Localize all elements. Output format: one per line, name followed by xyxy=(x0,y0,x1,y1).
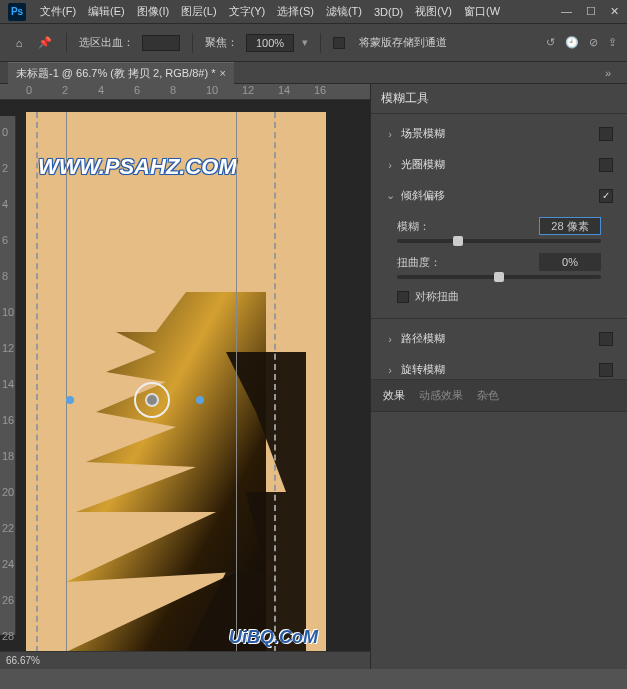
tab-motion[interactable]: 动感效果 xyxy=(419,388,463,403)
distortion-label: 扭曲度： xyxy=(397,255,441,270)
chevron-right-icon: › xyxy=(385,128,395,140)
artwork xyxy=(66,292,316,651)
close-icon[interactable]: ✕ xyxy=(610,5,619,18)
field-blur-toggle[interactable] xyxy=(599,127,613,141)
maximize-icon[interactable]: ☐ xyxy=(586,5,596,18)
distortion-slider[interactable] xyxy=(397,275,601,279)
chevron-down-icon: ⌄ xyxy=(385,189,395,202)
cancel-icon[interactable]: ⊘ xyxy=(589,36,598,49)
ruler-vertical: 0246810121416182022242628 xyxy=(0,116,16,635)
symmetric-distortion-checkbox[interactable] xyxy=(397,291,409,303)
distortion-value-input[interactable]: 0% xyxy=(539,253,601,271)
menu-layer[interactable]: 图层(L) xyxy=(175,4,222,19)
watermark-text: WWW.PSAHZ.COM xyxy=(38,154,237,180)
menu-image[interactable]: 图像(I) xyxy=(131,4,175,19)
reset-icon[interactable]: ↺ xyxy=(546,36,555,49)
minimize-icon[interactable]: — xyxy=(561,5,572,18)
iris-blur-toggle[interactable] xyxy=(599,158,613,172)
menu-filter[interactable]: 滤镜(T) xyxy=(320,4,368,19)
pin-icon[interactable]: 📌 xyxy=(36,34,54,52)
blur-guide-dashed[interactable] xyxy=(274,112,276,651)
tab-close-icon[interactable]: × xyxy=(219,67,225,79)
menu-select[interactable]: 选择(S) xyxy=(271,4,320,19)
menu-view[interactable]: 视图(V) xyxy=(409,4,458,19)
spin-blur-toggle[interactable] xyxy=(599,363,613,377)
chevron-right-icon: › xyxy=(385,364,395,376)
section-path-blur[interactable]: › 路径模糊 xyxy=(371,323,627,354)
panel-collapse-icon[interactable]: » xyxy=(597,63,619,83)
blur-guide[interactable] xyxy=(236,112,237,651)
blur-slider[interactable] xyxy=(397,239,601,243)
tab-effects[interactable]: 效果 xyxy=(383,388,405,403)
blur-handle[interactable] xyxy=(66,396,74,404)
section-iris-blur[interactable]: › 光圈模糊 xyxy=(371,149,627,180)
chevron-right-icon: › xyxy=(385,159,395,171)
blur-guide[interactable] xyxy=(66,112,67,651)
blur-guide-dashed[interactable] xyxy=(36,112,38,651)
path-blur-toggle[interactable] xyxy=(599,332,613,346)
symmetric-distortion-label: 对称扭曲 xyxy=(415,290,459,302)
tilt-shift-toggle[interactable]: ✓ xyxy=(599,189,613,203)
focus-label: 聚焦： xyxy=(205,35,238,50)
tab-noise[interactable]: 杂色 xyxy=(477,388,499,403)
blur-pin[interactable] xyxy=(134,382,170,418)
save-mask-checkbox[interactable] xyxy=(333,37,345,49)
menu-window[interactable]: 窗口(W xyxy=(458,4,506,19)
document-tab[interactable]: 未标题-1 @ 66.7% (教 拷贝 2, RGB/8#) *× xyxy=(8,62,234,84)
menu-3d[interactable]: 3D(D) xyxy=(368,6,409,18)
canvas[interactable]: WWW.PSAHZ.COM UiBQ.CoM xyxy=(26,112,326,651)
menu-type[interactable]: 文字(Y) xyxy=(223,4,272,19)
clock-icon[interactable]: 🕘 xyxy=(565,36,579,49)
focus-input[interactable] xyxy=(246,34,294,52)
home-icon[interactable]: ⌂ xyxy=(10,34,28,52)
panel-title: 模糊工具 xyxy=(371,84,627,114)
chevron-right-icon: › xyxy=(385,333,395,345)
menu-file[interactable]: 文件(F) xyxy=(34,4,82,19)
menu-edit[interactable]: 编辑(E) xyxy=(82,4,131,19)
blur-handle[interactable] xyxy=(196,396,204,404)
section-tilt-shift[interactable]: ⌄ 倾斜偏移 ✓ xyxy=(371,180,627,211)
export-icon[interactable]: ⇪ xyxy=(608,36,617,49)
ruler-horizontal: 0246810121416 xyxy=(0,84,370,100)
blur-label: 模糊： xyxy=(397,219,430,234)
selection-bleed-label: 选区出血： xyxy=(79,35,134,50)
selection-bleed-swatch[interactable] xyxy=(142,35,180,51)
save-mask-label: 将蒙版存储到通道 xyxy=(359,35,447,50)
blur-value-input[interactable]: 28 像素 xyxy=(539,217,601,235)
section-spin-blur[interactable]: › 旋转模糊 xyxy=(371,354,627,379)
section-field-blur[interactable]: › 场景模糊 xyxy=(371,118,627,149)
watermark-footer: UiBQ.CoM xyxy=(229,627,318,648)
dropdown-icon[interactable]: ▾ xyxy=(302,36,308,49)
app-logo: Ps xyxy=(8,3,26,21)
status-bar: 66.67% xyxy=(0,651,370,669)
